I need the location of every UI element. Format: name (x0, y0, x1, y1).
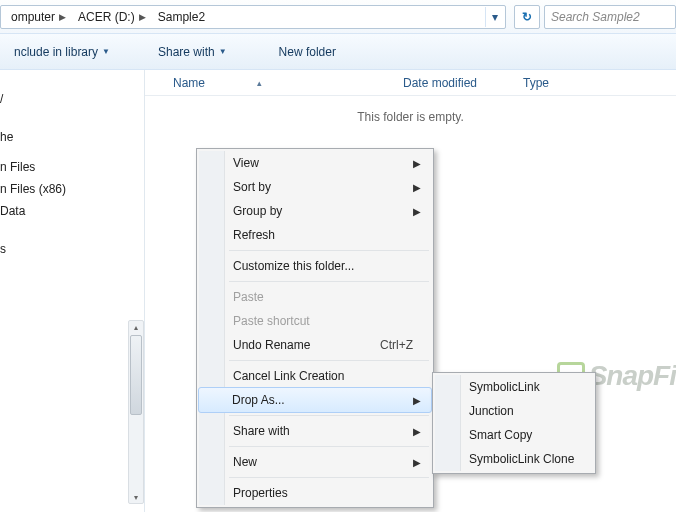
watermark-text: SnapFi (589, 360, 676, 392)
sidebar-item[interactable] (0, 260, 144, 268)
menu-separator (229, 281, 429, 282)
submenu-arrow-icon: ▶ (413, 395, 421, 406)
submenu-arrow-icon: ▶ (413, 182, 421, 193)
ctx-label: Customize this folder... (233, 259, 354, 273)
breadcrumb-drive[interactable]: ACER (D:) ▶ (72, 6, 152, 28)
sidebar-item[interactable] (0, 110, 144, 118)
refresh-button[interactable]: ↻ (514, 5, 540, 29)
ctx-undo-rename[interactable]: Undo Rename Ctrl+Z (199, 333, 431, 357)
menu-separator (229, 250, 429, 251)
ctx-drop-as[interactable]: Drop As... ▶ (198, 387, 432, 413)
chevron-down-icon: ▼ (219, 47, 227, 56)
sidebar-item[interactable]: s (0, 238, 144, 260)
menu-separator (229, 360, 429, 361)
sidebar-item[interactable]: n Files (0, 156, 144, 178)
ctx-label: SymbolicLink (469, 380, 540, 394)
ctx-label: Drop As... (232, 393, 285, 407)
sort-asc-icon: ▴ (257, 78, 262, 88)
ctx-view[interactable]: View ▶ (199, 151, 431, 175)
column-header-name[interactable]: Name ▴ (145, 70, 395, 95)
scroll-up-icon[interactable]: ▴ (129, 321, 143, 333)
sidebar-scrollbar[interactable]: ▴ ▾ (128, 320, 144, 504)
ctx-junction[interactable]: Junction (435, 399, 593, 423)
chevron-right-icon: ▶ (59, 12, 66, 22)
ctx-label: Undo Rename (233, 338, 310, 352)
sidebar-item[interactable]: / (0, 88, 144, 110)
ctx-group-by[interactable]: Group by ▶ (199, 199, 431, 223)
submenu-arrow-icon: ▶ (413, 426, 421, 437)
sidebar-item[interactable]: n Files (x86) (0, 178, 144, 200)
ctx-label: Cancel Link Creation (233, 369, 344, 383)
column-label: Name (173, 76, 205, 90)
breadcrumb-computer[interactable]: omputer ▶ (5, 6, 72, 28)
breadcrumb-label: ACER (D:) (78, 10, 135, 24)
ctx-smart-copy[interactable]: Smart Copy (435, 423, 593, 447)
menu-separator (229, 477, 429, 478)
submenu-arrow-icon: ▶ (413, 457, 421, 468)
search-input[interactable]: Search Sample2 (544, 5, 676, 29)
ctx-properties[interactable]: Properties (199, 481, 431, 505)
column-label: Type (523, 76, 549, 90)
navigation-pane[interactable]: / he n Files n Files (x86) Data s ▴ ▾ (0, 70, 145, 512)
toolbar-label: New folder (279, 45, 336, 59)
ctx-label: SymbolicLink Clone (469, 452, 574, 466)
sidebar-item[interactable] (0, 230, 144, 238)
ctx-label: Paste (233, 290, 264, 304)
toolbar-label: nclude in library (14, 45, 98, 59)
ctx-label: Sort by (233, 180, 271, 194)
refresh-icon: ↻ (522, 10, 532, 24)
sidebar-item[interactable]: Data (0, 200, 144, 222)
address-bar: omputer ▶ ACER (D:) ▶ Sample2 ▾ ↻ Search… (0, 0, 676, 34)
menu-separator (229, 446, 429, 447)
sidebar-item[interactable] (0, 80, 144, 88)
menu-separator (229, 415, 429, 416)
column-headers: Name ▴ Date modified Type (145, 70, 676, 96)
include-in-library-button[interactable]: nclude in library ▼ (4, 41, 120, 63)
ctx-sort-by[interactable]: Sort by ▶ (199, 175, 431, 199)
column-header-type[interactable]: Type (515, 70, 558, 95)
context-menu[interactable]: View ▶ Sort by ▶ Group by ▶ Refresh Cust… (196, 148, 434, 508)
sidebar-item[interactable] (0, 222, 144, 230)
ctx-label: Group by (233, 204, 282, 218)
ctx-shortcut: Ctrl+Z (380, 338, 413, 352)
empty-folder-message: This folder is empty. (145, 110, 676, 124)
ctx-customize-folder[interactable]: Customize this folder... (199, 254, 431, 278)
ctx-paste: Paste (199, 285, 431, 309)
ctx-label: New (233, 455, 257, 469)
submenu-arrow-icon: ▶ (413, 158, 421, 169)
column-label: Date modified (403, 76, 477, 90)
breadcrumb[interactable]: omputer ▶ ACER (D:) ▶ Sample2 ▾ (0, 5, 506, 29)
ctx-new[interactable]: New ▶ (199, 450, 431, 474)
ctx-share-with[interactable]: Share with ▶ (199, 419, 431, 443)
ctx-label: Junction (469, 404, 514, 418)
ctx-paste-shortcut: Paste shortcut (199, 309, 431, 333)
ctx-symboliclink[interactable]: SymbolicLink (435, 375, 593, 399)
ctx-label: Smart Copy (469, 428, 532, 442)
sidebar-item[interactable] (0, 148, 144, 156)
ctx-cancel-link-creation[interactable]: Cancel Link Creation (199, 364, 431, 388)
ctx-label: Properties (233, 486, 288, 500)
address-bar-buttons: ▾ (485, 6, 503, 28)
chevron-down-icon: ▼ (102, 47, 110, 56)
toolbar-label: Share with (158, 45, 215, 59)
scrollbar-thumb[interactable] (130, 335, 142, 415)
search-placeholder: Search Sample2 (551, 10, 640, 24)
share-with-button[interactable]: Share with ▼ (148, 41, 237, 63)
sidebar-item[interactable] (0, 118, 144, 126)
sidebar-item[interactable]: he (0, 126, 144, 148)
new-folder-button[interactable]: New folder (269, 41, 346, 63)
chevron-right-icon: ▶ (139, 12, 146, 22)
submenu-arrow-icon: ▶ (413, 206, 421, 217)
ctx-label: Share with (233, 424, 290, 438)
breadcrumb-label: Sample2 (158, 10, 205, 24)
ctx-label: Refresh (233, 228, 275, 242)
address-dropdown-icon[interactable]: ▾ (485, 7, 503, 27)
column-header-date[interactable]: Date modified (395, 70, 515, 95)
breadcrumb-folder[interactable]: Sample2 (152, 6, 211, 28)
ctx-symboliclink-clone[interactable]: SymbolicLink Clone (435, 447, 593, 471)
toolbar: nclude in library ▼ Share with ▼ New fol… (0, 34, 676, 70)
ctx-refresh[interactable]: Refresh (199, 223, 431, 247)
drop-as-submenu[interactable]: SymbolicLink Junction Smart Copy Symboli… (432, 372, 596, 474)
breadcrumb-label: omputer (11, 10, 55, 24)
scroll-down-icon[interactable]: ▾ (129, 491, 143, 503)
